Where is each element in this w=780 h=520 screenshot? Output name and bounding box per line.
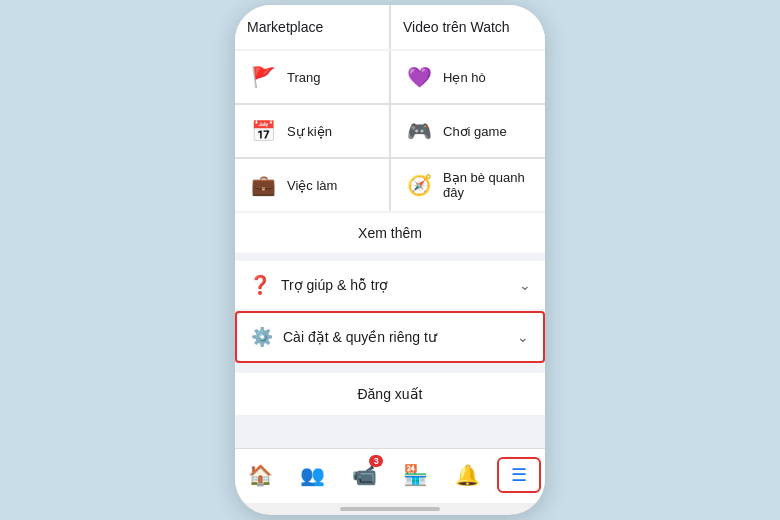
nav-menu[interactable]: ☰	[497, 457, 541, 493]
grid-item-viec-lam[interactable]: 💼 Việc làm	[235, 159, 389, 211]
hen-ho-icon: 💜	[403, 61, 435, 93]
nav-bell[interactable]: 🔔	[445, 457, 489, 493]
viec-lam-label: Việc làm	[287, 178, 337, 193]
nav-shop[interactable]: 🏪	[394, 457, 438, 493]
bottom-navigation: 🏠 👥 📹 3 🏪 🔔 ☰	[235, 448, 545, 503]
grid-item-choi-game[interactable]: 🎮 Chơi game	[391, 105, 545, 157]
help-icon: ❓	[249, 274, 271, 296]
video-badge: 3	[369, 455, 383, 467]
grid-item-video-watch[interactable]: Video trên Watch	[391, 5, 545, 49]
bell-icon: 🔔	[455, 463, 480, 487]
trang-icon: 🚩	[247, 61, 279, 93]
menu-icon: ☰	[511, 464, 527, 486]
features-grid: 🚩 Trang 💜 Hẹn hò 📅 Sự kiện 🎮	[235, 51, 545, 211]
settings-chevron-icon: ⌄	[517, 329, 529, 345]
shop-icon: 🏪	[403, 463, 428, 487]
home-indicator	[340, 507, 440, 511]
see-more-button[interactable]: Xem thêm	[235, 213, 545, 253]
ban-be-icon: 🧭	[403, 169, 435, 201]
grid-item-marketplace[interactable]: Marketplace	[235, 5, 389, 49]
phone-frame: Marketplace Video trên Watch 🚩 Trang 💜 H…	[235, 5, 545, 515]
help-support-accordion[interactable]: ❓ Trợ giúp & hỗ trợ ⌄	[235, 261, 545, 309]
content-area: Marketplace Video trên Watch 🚩 Trang 💜 H…	[235, 5, 545, 448]
settings-icon: ⚙️	[251, 326, 273, 348]
marketplace-label: Marketplace	[247, 19, 323, 35]
accordion-left-help: ❓ Trợ giúp & hỗ trợ	[249, 274, 388, 296]
su-kien-label: Sự kiện	[287, 124, 332, 139]
top-grid: Marketplace Video trên Watch	[235, 5, 545, 49]
logout-button[interactable]: Đăng xuất	[235, 373, 545, 415]
friends-icon: 👥	[300, 463, 325, 487]
help-chevron-icon: ⌄	[519, 277, 531, 293]
ban-be-label: Bạn bè quanh đây	[443, 170, 533, 200]
video-watch-label: Video trên Watch	[403, 19, 510, 35]
nav-video[interactable]: 📹 3	[342, 457, 386, 493]
viec-lam-icon: 💼	[247, 169, 279, 201]
choi-game-label: Chơi game	[443, 124, 507, 139]
nav-home[interactable]: 🏠	[239, 457, 283, 493]
su-kien-icon: 📅	[247, 115, 279, 147]
trang-label: Trang	[287, 70, 320, 85]
hen-ho-label: Hẹn hò	[443, 70, 486, 85]
accordion-left-settings: ⚙️ Cài đặt & quyền riêng tư	[251, 326, 437, 348]
grid-item-hen-ho[interactable]: 💜 Hẹn hò	[391, 51, 545, 103]
choi-game-icon: 🎮	[403, 115, 435, 147]
grid-item-trang[interactable]: 🚩 Trang	[235, 51, 389, 103]
settings-label: Cài đặt & quyền riêng tư	[283, 329, 437, 345]
grid-item-ban-be-quanh-day[interactable]: 🧭 Bạn bè quanh đây	[391, 159, 545, 211]
help-label: Trợ giúp & hỗ trợ	[281, 277, 388, 293]
grid-item-su-kien[interactable]: 📅 Sự kiện	[235, 105, 389, 157]
settings-privacy-accordion[interactable]: ⚙️ Cài đặt & quyền riêng tư ⌄	[235, 311, 545, 363]
nav-friends[interactable]: 👥	[290, 457, 334, 493]
home-icon: 🏠	[248, 463, 273, 487]
